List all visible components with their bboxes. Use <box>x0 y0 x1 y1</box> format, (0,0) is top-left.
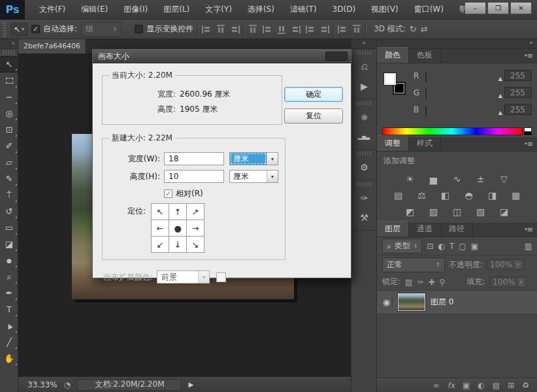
show-transform-checkbox[interactable]: ✓ <box>135 25 143 33</box>
marquee-tool[interactable] <box>0 73 18 89</box>
clone-stamp-tool[interactable]: ⍑ <box>0 187 18 203</box>
height-unit-dropdown[interactable]: 厘米 ▾ <box>229 170 278 183</box>
new-group-icon[interactable]: ▤ <box>493 381 500 390</box>
color-balance-icon[interactable]: ⚖ <box>414 189 430 202</box>
close-button[interactable]: ✕ <box>510 2 532 14</box>
distribute-right-icon[interactable] <box>320 25 329 33</box>
distribute-heights-icon[interactable] <box>353 25 361 34</box>
document-tab[interactable]: 2befe7a646406 <box>18 39 86 54</box>
channel-b-value[interactable]: 255 <box>504 104 532 115</box>
slider-thumb-icon[interactable]: ▲ <box>498 76 502 82</box>
chevron-down-icon[interactable]: ▾ <box>267 153 278 165</box>
layer-style-icon[interactable]: fx <box>448 381 455 390</box>
channel-r-slider[interactable]: ▲ <box>425 73 500 79</box>
brightness-contrast-icon[interactable]: ☀ <box>402 172 418 186</box>
dodge-tool[interactable]: ⌕ <box>0 269 18 285</box>
status-menu-arrow-icon[interactable]: ▶ <box>188 381 193 388</box>
tab-styles[interactable]: 样式 <box>409 136 441 151</box>
eraser-tool[interactable]: ▭ <box>0 220 18 236</box>
channel-r-value[interactable]: 255 <box>504 70 532 81</box>
anchor-bottom-right[interactable]: ↘ <box>187 237 204 252</box>
foreground-color-swatch[interactable] <box>383 73 397 86</box>
brush-tool[interactable]: ✎ <box>0 171 18 187</box>
selective-color-icon[interactable]: ◪ <box>496 205 512 218</box>
relative-checkbox[interactable]: ✓ <box>164 189 172 198</box>
layer-row[interactable]: ◉ 图层 0 <box>377 291 537 314</box>
filter-shape-layers-icon[interactable]: ▢ <box>459 242 466 251</box>
filter-smart-objects-icon[interactable]: ▣ <box>471 242 478 251</box>
posterize-icon[interactable]: ▨ <box>426 205 442 218</box>
canvas-extension-dropdown[interactable]: 前景 ▾ <box>157 270 210 284</box>
chevron-down-icon[interactable]: ▾ <box>515 261 521 269</box>
black-white-ramp-swatch[interactable] <box>524 127 532 135</box>
quick-select-tool[interactable]: ◎ <box>0 105 18 122</box>
chevron-down-icon[interactable]: ▾ <box>518 278 525 286</box>
anchor-bottom-left[interactable]: ↙ <box>152 237 169 252</box>
anchor-top-right[interactable]: ↗ <box>187 204 204 220</box>
menu-item-file[interactable]: 文件(F) <box>31 0 73 19</box>
layer-name[interactable]: 图层 0 <box>431 297 453 308</box>
show-transform-option[interactable]: ✓ 显示变换控件 <box>135 24 193 35</box>
3d-rotate-icon[interactable]: ↻ <box>410 24 417 34</box>
history-panel-icon[interactable]: ⎌ <box>351 57 376 76</box>
menu-item-window[interactable]: 窗口(W) <box>406 0 451 19</box>
gradient-tool[interactable]: ◪ <box>0 236 18 252</box>
anchor-right[interactable]: → <box>187 220 204 236</box>
photo-filter-icon[interactable]: ◓ <box>461 189 477 202</box>
align-horizontal-centers-icon[interactable] <box>263 25 272 33</box>
tab-color[interactable]: 颜色 <box>377 47 409 63</box>
tab-adjustments[interactable]: 调整 <box>377 135 409 151</box>
dialog-title-bar[interactable]: 画布大小 <box>93 50 351 63</box>
3d-pan-icon[interactable]: ⇄ <box>421 24 428 34</box>
filter-type-layers-icon[interactable]: T <box>449 242 454 251</box>
auto-select-option[interactable]: ✓ 自动选择: <box>31 24 77 35</box>
panel-menu-icon[interactable]: ▾≡ <box>525 52 533 60</box>
tab-channels[interactable]: 通道 <box>409 221 441 237</box>
spectrum-ramp[interactable] <box>382 127 523 135</box>
minimize-button[interactable]: – <box>464 2 486 14</box>
document-size-info[interactable]: 文档:2.20M/2.20M <box>77 379 182 391</box>
type-tool[interactable]: T <box>0 301 18 318</box>
filter-adjustment-layers-icon[interactable]: ◐ <box>438 242 445 251</box>
dock-collapse-icon[interactable]: » <box>351 39 376 49</box>
curves-icon[interactable]: ∿ <box>449 172 465 186</box>
filter-pixel-layers-icon[interactable]: ⊡ <box>427 242 433 251</box>
menu-item-3d[interactable]: 3D(D) <box>325 0 363 19</box>
opacity-field[interactable]: 100% ▾ <box>487 259 525 270</box>
line-tool[interactable]: ╱ <box>0 334 18 350</box>
channel-g-slider[interactable]: ▲ <box>425 90 500 96</box>
properties-panel-icon[interactable]: ⚙ <box>351 157 376 177</box>
layer-visibility-eye-icon[interactable]: ◉ <box>381 297 393 307</box>
fill-field[interactable]: 100% ▾ <box>489 276 527 288</box>
slider-thumb-icon[interactable]: ▲ <box>498 110 502 116</box>
anchor-bottom[interactable]: ↓ <box>169 237 186 252</box>
lock-transparent-icon[interactable]: ▨ <box>405 278 412 287</box>
distribute-left-icon[interactable] <box>291 25 301 33</box>
lock-move-icon[interactable]: ✚ <box>428 278 434 287</box>
lock-paint-icon[interactable]: ✑ <box>417 278 423 287</box>
invert-icon[interactable]: ◩ <box>402 205 418 218</box>
crop-tool[interactable]: ⊡ <box>0 122 18 138</box>
brush-presets-panel-icon[interactable]: ✑ <box>351 188 376 208</box>
maximize-button[interactable]: ❐ <box>487 2 509 14</box>
width-input[interactable]: 18 <box>164 152 224 165</box>
align-right-edges-icon[interactable] <box>231 25 240 33</box>
align-vertical-centers-icon[interactable] <box>217 25 225 34</box>
dialog-close-button[interactable] <box>325 52 348 61</box>
vibrance-icon[interactable]: ▽ <box>496 172 512 186</box>
hand-tool[interactable]: ✋ <box>0 350 18 367</box>
filter-toggle-icon[interactable]: ▥ <box>525 242 532 251</box>
blur-tool[interactable]: ● <box>0 252 18 269</box>
delete-layer-icon[interactable]: ♻ <box>522 381 529 390</box>
panel-menu-icon[interactable]: ▾≡ <box>525 140 533 148</box>
gradient-map-icon[interactable]: ▧ <box>473 205 489 218</box>
blend-mode-dropdown[interactable]: 正常 ⇕ <box>382 257 445 272</box>
tool-presets-panel-icon[interactable]: ⚒ <box>351 208 376 227</box>
move-tool[interactable]: ↖ <box>0 56 18 73</box>
lock-all-icon[interactable]: ⚲ <box>440 278 446 287</box>
anchor-top-left[interactable]: ↖ <box>152 204 169 220</box>
layer-mask-icon[interactable]: ▣ <box>463 381 470 390</box>
tab-paths[interactable]: 路径 <box>441 221 473 237</box>
menu-item-edit[interactable]: 编辑(E) <box>73 0 116 19</box>
align-bottom-edges-icon[interactable] <box>278 25 285 34</box>
